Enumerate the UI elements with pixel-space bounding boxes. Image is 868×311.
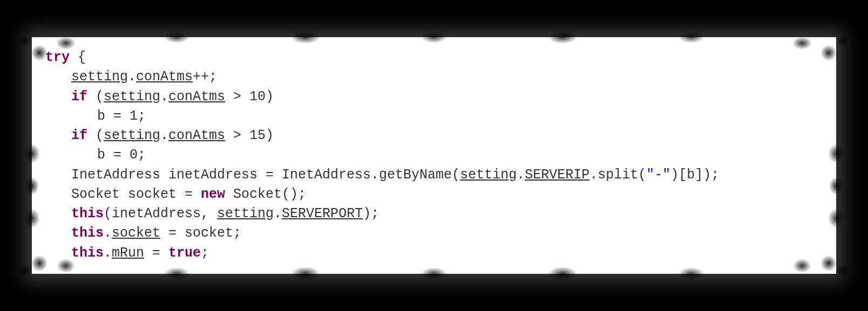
identifier-setting: setting — [217, 206, 274, 222]
code-text: Socket socket = — [71, 186, 201, 202]
string-literal: "-" — [646, 167, 670, 183]
code-text: = socket; — [160, 225, 241, 241]
code-text: . — [517, 167, 525, 183]
code-text: b = 0; — [97, 147, 146, 163]
code-text: . — [274, 206, 282, 222]
code-text: )[b]); — [670, 167, 719, 183]
code-text: Socket(); — [225, 186, 306, 202]
code-line-5: if (setting.conAtms > 15) — [45, 126, 823, 146]
identifier-serverip: SERVERIP — [525, 167, 589, 183]
code-text: . — [160, 89, 168, 105]
identifier-setting: setting — [104, 128, 160, 143]
code-text: ( — [87, 89, 104, 105]
identifier-setting: setting — [71, 69, 128, 85]
code-text: . — [160, 128, 168, 143]
keyword-true: true — [168, 245, 201, 261]
code-text: ; — [201, 245, 209, 261]
code-line-8: Socket socket = new Socket(); — [45, 185, 823, 204]
code-text: . — [128, 69, 136, 85]
code-text: (inetAddress, — [104, 206, 217, 222]
code-line-1: try { — [45, 48, 823, 67]
code-line-9: this(inetAddress, setting.SERVERPORT); — [45, 204, 823, 224]
code-text: { — [70, 50, 86, 65]
keyword-new: new — [201, 186, 225, 202]
identifier-setting: setting — [104, 89, 160, 105]
keyword-if: if — [71, 128, 87, 143]
code-line-11: this.mRun = true; — [45, 244, 823, 263]
identifier-serverport: SERVERPORT — [282, 206, 363, 222]
code-line-4: b = 1; — [45, 107, 823, 126]
keyword-this: this — [71, 245, 104, 261]
code-text: . — [104, 225, 112, 241]
code-text: . — [104, 245, 112, 261]
code-line-7: InetAddress inetAddress = InetAddress.ge… — [45, 165, 823, 185]
identifier-setting: setting — [460, 167, 517, 183]
keyword-try: try — [45, 50, 70, 65]
code-text: ( — [87, 128, 104, 143]
identifier-conatms: conAtms — [168, 89, 225, 105]
code-text: > 15) — [225, 128, 274, 143]
code-text: b = 1; — [97, 108, 146, 124]
keyword-if: if — [71, 89, 87, 105]
code-text: = — [144, 245, 168, 261]
code-text: .split( — [589, 167, 646, 183]
code-snippet-panel: try { setting.conAtms++; if (setting.con… — [32, 37, 836, 274]
code-text: ); — [363, 206, 379, 222]
code-line-6: b = 0; — [45, 146, 823, 165]
code-text: ++; — [193, 69, 217, 85]
keyword-this: this — [71, 225, 104, 241]
code-text: > 10) — [225, 89, 274, 105]
identifier-conatms: conAtms — [168, 128, 225, 143]
identifier-mrun: mRun — [112, 245, 144, 261]
code-text: InetAddress inetAddress = InetAddress.ge… — [71, 167, 460, 183]
keyword-this: this — [71, 206, 104, 222]
identifier-socket: socket — [112, 225, 160, 241]
code-line-10: this.socket = socket; — [45, 224, 823, 243]
code-line-2: setting.conAtms++; — [45, 67, 823, 87]
code-line-3: if (setting.conAtms > 10) — [45, 87, 823, 107]
identifier-conatms: conAtms — [136, 69, 193, 85]
